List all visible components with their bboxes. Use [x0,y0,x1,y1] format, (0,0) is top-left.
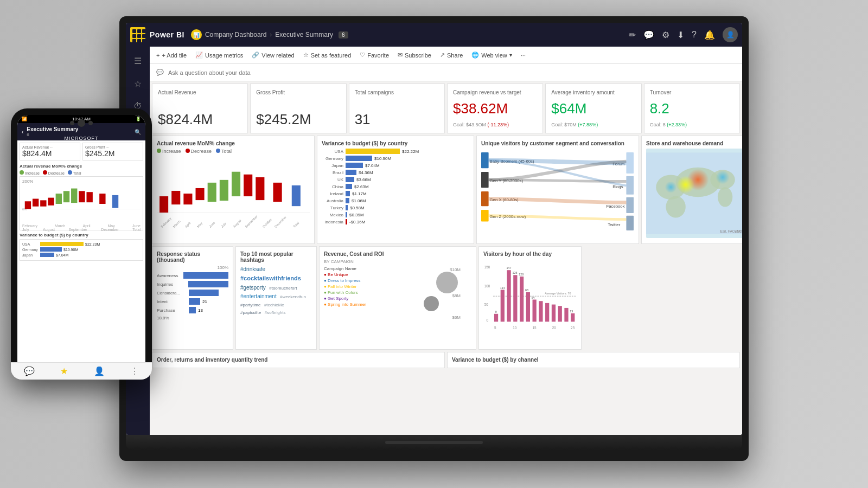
variance-channel-chart: Variance to budget ($) by channel [447,352,740,368]
sidebar-menu-icon[interactable]: ☰ [128,51,148,70]
add-tile-button[interactable]: + + Add tile [156,52,187,59]
nav-right-icons: ✏ 💬 ⚙ ⬇ ? 🔔 👤 [629,27,738,42]
more-options-button[interactable]: ··· [521,52,526,59]
kpi-gross-profit: Gross Profit $245.2M [250,84,346,133]
svg-rect-86 [33,199,39,207]
favorite-button[interactable]: ♡ Favorite [360,52,389,59]
set-featured-button[interactable]: ☆ Set as featured [303,52,352,59]
phone-bottom-nav: 💬 ★ 👤 ⋮ [17,362,145,373]
bottom-row: Response status (thousand) 100% Awarenes… [150,246,742,352]
store-demand-chart: Store and warehouse demand [641,136,742,244]
svg-text:September: September [245,215,258,228]
svg-text:13: 13 [570,310,573,313]
sankey-diagram: Baby Boomers (45-60s) Gen Y (80-2000s) G… [481,149,634,235]
qa-input[interactable] [168,69,736,76]
phone-user-icon[interactable]: 👤 [94,366,105,373]
svg-text:esri: esri [735,229,741,233]
phone-more-icon[interactable]: ⋮ [130,366,139,373]
svg-rect-14 [196,188,205,200]
powerbi-logo: Power BI [150,30,184,39]
web-view-button[interactable]: 🌐 Web view ▾ [471,52,512,59]
table-row: Japan $7.04M [322,163,469,168]
subscribe-button[interactable]: ✉ Subscribe [398,52,431,59]
bottom-strip: Order, returns and inventory quantity tr… [150,352,742,368]
svg-text:114: 114 [500,286,505,290]
breadcrumb: 📊 Company Dashboard › Executive Summary … [191,29,348,40]
svg-rect-20 [273,183,282,202]
svg-rect-12 [171,191,180,204]
kpi-total-campaigns: Total campaigns 31 [349,84,445,133]
svg-text:150: 150 [484,265,490,269]
svg-rect-23 [481,152,489,168]
kpi-turnover: Turnover 8.2 Goal: 8 (+2.33%) [644,84,740,133]
search-icon[interactable]: 🔍 [135,129,141,135]
svg-text:Total: Total [292,221,299,228]
hashtag-cloud: #drinksafe #cocktailswithfriends #getspo… [240,265,312,317]
comment-icon[interactable]: 💬 [643,30,654,40]
view-related-button[interactable]: 🔗 View related [252,52,294,59]
table-row: Inquiries [157,281,228,287]
response-status-chart: Response status (thousand) 100% Awarenes… [152,246,233,350]
phone-content: Actual Revenue ··· $824.4M Gross Profit … [17,140,145,263]
table-row: Australia $1.06M [322,198,469,203]
phone-chat-icon[interactable]: 💬 [24,366,35,373]
mail-icon: ✉ [398,52,403,59]
notification-icon[interactable]: 🔔 [704,30,715,40]
qa-icon: 💬 [156,69,164,76]
svg-rect-67 [558,306,562,322]
kpi-campaign-revenue: Campaign revenue vs target $38.62M Goal:… [447,84,543,133]
hashtags-chart: Top 10 most popular hashtags #drinksafe … [235,246,317,350]
report-icon: 📊 [191,29,202,40]
svg-rect-89 [56,194,62,204]
svg-rect-62 [526,292,530,322]
share-button[interactable]: ↗ Share [440,52,463,59]
svg-rect-64 [539,301,542,322]
svg-rect-63 [533,300,537,322]
svg-rect-90 [63,191,69,202]
svg-rect-59 [507,270,510,322]
svg-rect-85 [25,201,31,209]
svg-point-48 [665,181,677,193]
svg-text:February: February [161,217,172,228]
svg-text:10: 10 [513,326,517,330]
revenue-roi-chart: Revenue, Cost and ROI BY CAMPAIGN Campai… [319,246,476,350]
settings-icon[interactable]: ⚙ [662,30,669,40]
phone-kpi-row: Actual Revenue ··· $824.4M Gross Profit … [20,143,143,160]
table-row: Germany $10.90M [322,156,469,161]
edit-icon[interactable]: ✏ [629,30,636,40]
svg-rect-57 [494,314,498,322]
visitors-bar-chart: 150 100 50 0 Average Visitors: 76 [483,259,577,335]
phone-brand: Microsoft [65,136,99,141]
phone-star-icon[interactable]: ★ [60,366,68,373]
usage-metrics-button[interactable]: 📈 Usage metrics [195,52,243,59]
svg-rect-27 [481,191,489,206]
qa-bar: 💬 [150,64,742,81]
svg-text:April: April [184,221,192,228]
phone: Microsoft 📶 10:47 AM 🔋 ‹ Executive Summa… [11,108,152,380]
help-icon[interactable]: ? [692,30,697,40]
sidebar-search-icon[interactable]: ☆ [128,74,148,93]
back-icon[interactable]: ‹ [22,129,23,135]
phone-mom-chart: 200% 0% [20,176,143,230]
main-content: + + Add tile 📈 Usage metrics 🔗 View rela… [150,47,742,435]
waffle-icon[interactable] [130,27,145,42]
svg-rect-87 [40,200,46,206]
svg-rect-37 [626,216,634,230]
svg-rect-31 [626,152,634,174]
table-row: Turkey $0.58M [322,205,469,210]
table-row: Considera... [157,290,228,296]
kpi-row: Actual Revenue $824.4M Gross Profit $245… [150,81,742,136]
action-bar: + + Add tile 📈 Usage metrics 🔗 View rela… [150,47,742,64]
svg-text:December: December [274,215,287,228]
svg-text:June: June [208,221,216,228]
svg-text:100: 100 [484,284,490,288]
phone-kpi-profit: Gross Profit ··· $245.2M [82,143,143,160]
download-icon[interactable]: ⬇ [677,30,684,40]
chart-icon: 📈 [195,52,203,59]
svg-point-46 [676,176,694,194]
svg-point-47 [716,170,729,184]
camera-dot-2 [88,121,93,125]
svg-rect-18 [244,175,252,196]
user-avatar[interactable]: 👤 [723,27,738,42]
svg-rect-95 [112,195,118,208]
